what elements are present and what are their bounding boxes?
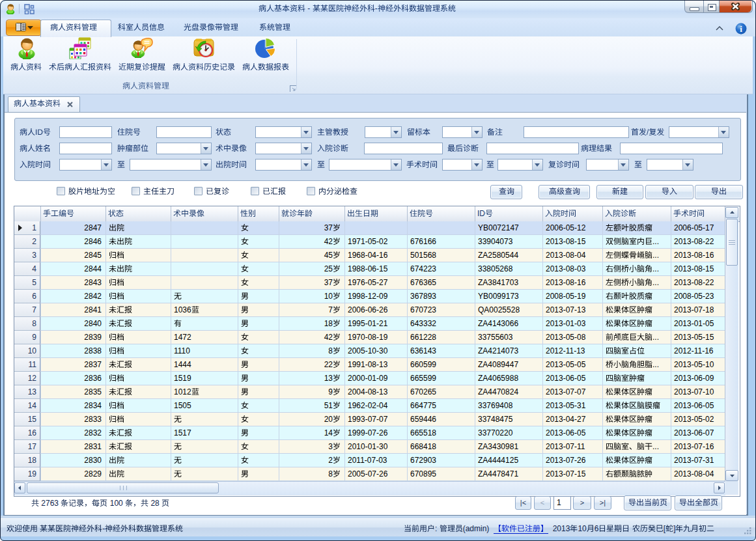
svg-text:i: i <box>740 24 742 34</box>
